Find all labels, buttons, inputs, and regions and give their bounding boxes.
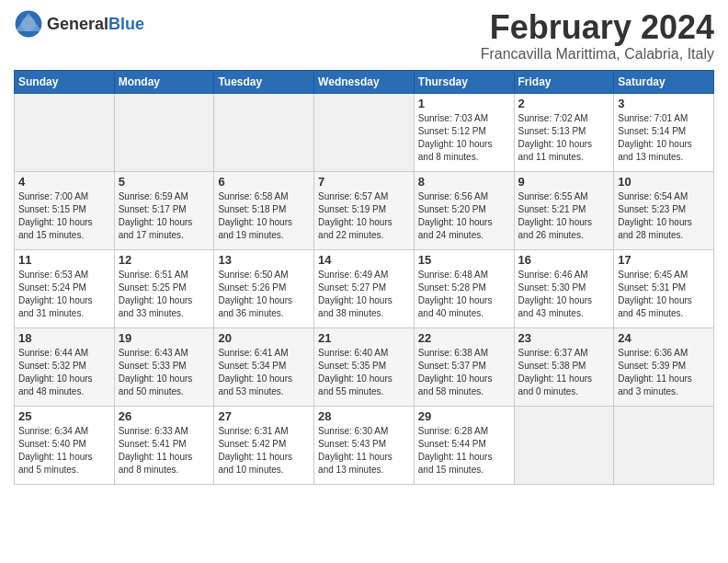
day-info: Sunrise: 6:50 AM Sunset: 5:26 PM Dayligh… [218,269,310,320]
day-number: 8 [418,175,510,189]
day-number: 16 [518,253,610,267]
calendar-cell: 24Sunrise: 6:36 AM Sunset: 5:39 PM Dayli… [614,327,714,406]
day-info: Sunrise: 6:31 AM Sunset: 5:42 PM Dayligh… [218,425,310,477]
calendar-cell: 8Sunrise: 6:56 AM Sunset: 5:20 PM Daylig… [414,171,514,249]
calendar-cell: 9Sunrise: 6:55 AM Sunset: 5:21 PM Daylig… [514,171,614,249]
header-cell-friday: Friday [514,70,614,93]
day-info: Sunrise: 6:41 AM Sunset: 5:34 PM Dayligh… [218,347,310,398]
day-number: 19 [119,331,210,345]
svg-point-2 [21,17,36,31]
day-number: 18 [18,331,110,345]
day-number: 13 [218,253,310,267]
day-info: Sunrise: 7:02 AM Sunset: 5:13 PM Dayligh… [518,112,610,164]
day-info: Sunrise: 7:00 AM Sunset: 5:15 PM Dayligh… [18,190,110,242]
day-info: Sunrise: 7:03 AM Sunset: 5:12 PM Dayligh… [418,112,510,164]
logo-general-text: General [47,15,108,33]
day-number: 25 [18,409,110,423]
day-info: Sunrise: 6:40 AM Sunset: 5:35 PM Dayligh… [318,347,410,398]
calendar-cell [15,93,115,171]
calendar-cell: 11Sunrise: 6:53 AM Sunset: 5:24 PM Dayli… [15,249,115,327]
day-info: Sunrise: 6:38 AM Sunset: 5:37 PM Dayligh… [418,347,510,398]
calendar-week-1: 1Sunrise: 7:03 AM Sunset: 5:12 PM Daylig… [15,93,714,171]
calendar-cell [114,93,214,171]
calendar-cell [214,93,314,171]
day-number: 17 [618,253,710,267]
day-info: Sunrise: 6:55 AM Sunset: 5:21 PM Dayligh… [518,190,610,242]
day-info: Sunrise: 6:36 AM Sunset: 5:39 PM Dayligh… [618,347,710,398]
page-header: GeneralBlue February 2024 Francavilla Ma… [14,9,714,63]
day-number: 14 [318,253,410,267]
calendar-cell [614,406,714,484]
header-cell-tuesday: Tuesday [214,70,314,93]
day-number: 10 [618,175,710,189]
calendar-week-3: 11Sunrise: 6:53 AM Sunset: 5:24 PM Dayli… [15,249,714,327]
day-info: Sunrise: 6:56 AM Sunset: 5:20 PM Dayligh… [418,190,510,242]
calendar-cell: 6Sunrise: 6:58 AM Sunset: 5:18 PM Daylig… [214,171,314,249]
day-info: Sunrise: 6:51 AM Sunset: 5:25 PM Dayligh… [119,269,210,320]
day-number: 7 [318,175,410,189]
calendar-cell: 21Sunrise: 6:40 AM Sunset: 5:35 PM Dayli… [314,327,415,406]
calendar-cell: 17Sunrise: 6:45 AM Sunset: 5:31 PM Dayli… [614,249,714,327]
day-number: 5 [119,175,210,189]
logo-icon [14,9,43,39]
calendar-week-4: 18Sunrise: 6:44 AM Sunset: 5:32 PM Dayli… [15,327,714,406]
month-title: February 2024 [481,9,714,46]
day-info: Sunrise: 6:59 AM Sunset: 5:17 PM Dayligh… [119,190,210,242]
header-cell-wednesday: Wednesday [314,70,415,93]
day-info: Sunrise: 6:44 AM Sunset: 5:32 PM Dayligh… [18,347,110,398]
day-number: 15 [418,253,510,267]
day-number: 3 [618,97,710,110]
calendar-cell: 4Sunrise: 7:00 AM Sunset: 5:15 PM Daylig… [15,171,115,249]
calendar-cell: 19Sunrise: 6:43 AM Sunset: 5:33 PM Dayli… [114,327,214,406]
day-info: Sunrise: 6:30 AM Sunset: 5:43 PM Dayligh… [318,425,410,477]
day-info: Sunrise: 6:34 AM Sunset: 5:40 PM Dayligh… [18,425,110,477]
calendar-header: SundayMondayTuesdayWednesdayThursdayFrid… [15,70,714,93]
day-number: 27 [218,409,310,423]
day-number: 20 [218,331,310,345]
calendar-cell: 29Sunrise: 6:28 AM Sunset: 5:44 PM Dayli… [414,406,514,484]
calendar-table: SundayMondayTuesdayWednesdayThursdayFrid… [14,70,714,485]
header-cell-saturday: Saturday [614,70,714,93]
logo: GeneralBlue [14,9,144,39]
day-number: 29 [418,409,510,423]
calendar-cell: 3Sunrise: 7:01 AM Sunset: 5:14 PM Daylig… [614,93,714,171]
day-number: 4 [18,175,110,189]
day-number: 11 [18,253,110,267]
day-info: Sunrise: 6:53 AM Sunset: 5:24 PM Dayligh… [18,269,110,320]
calendar-cell: 1Sunrise: 7:03 AM Sunset: 5:12 PM Daylig… [414,93,514,171]
calendar-cell: 15Sunrise: 6:48 AM Sunset: 5:28 PM Dayli… [414,249,514,327]
day-info: Sunrise: 6:43 AM Sunset: 5:33 PM Dayligh… [119,347,210,398]
calendar-cell: 14Sunrise: 6:49 AM Sunset: 5:27 PM Dayli… [314,249,415,327]
calendar-cell: 23Sunrise: 6:37 AM Sunset: 5:38 PM Dayli… [514,327,614,406]
calendar-cell: 25Sunrise: 6:34 AM Sunset: 5:40 PM Dayli… [15,406,115,484]
calendar-cell: 5Sunrise: 6:59 AM Sunset: 5:17 PM Daylig… [114,171,214,249]
calendar-cell: 26Sunrise: 6:33 AM Sunset: 5:41 PM Dayli… [114,406,214,484]
day-info: Sunrise: 6:58 AM Sunset: 5:18 PM Dayligh… [218,190,310,242]
location-title: Francavilla Marittima, Calabria, Italy [481,46,714,63]
calendar-week-5: 25Sunrise: 6:34 AM Sunset: 5:40 PM Dayli… [15,406,714,484]
day-number: 12 [119,253,210,267]
day-number: 24 [618,331,710,345]
day-info: Sunrise: 6:33 AM Sunset: 5:41 PM Dayligh… [119,425,210,477]
title-area: February 2024 Francavilla Marittima, Cal… [481,9,714,63]
day-number: 9 [518,175,610,189]
day-info: Sunrise: 7:01 AM Sunset: 5:14 PM Dayligh… [618,112,710,164]
day-number: 6 [218,175,310,189]
day-info: Sunrise: 6:48 AM Sunset: 5:28 PM Dayligh… [418,269,510,320]
day-info: Sunrise: 6:54 AM Sunset: 5:23 PM Dayligh… [618,190,710,242]
day-number: 1 [418,97,510,110]
calendar-cell: 13Sunrise: 6:50 AM Sunset: 5:26 PM Dayli… [214,249,314,327]
calendar-cell [314,93,415,171]
day-info: Sunrise: 6:45 AM Sunset: 5:31 PM Dayligh… [618,269,710,320]
day-number: 2 [518,97,610,110]
day-number: 22 [418,331,510,345]
day-info: Sunrise: 6:37 AM Sunset: 5:38 PM Dayligh… [518,347,610,398]
day-info: Sunrise: 6:49 AM Sunset: 5:27 PM Dayligh… [318,269,410,320]
calendar-week-2: 4Sunrise: 7:00 AM Sunset: 5:15 PM Daylig… [15,171,714,249]
header-cell-monday: Monday [114,70,214,93]
header-row: SundayMondayTuesdayWednesdayThursdayFrid… [15,70,714,93]
day-info: Sunrise: 6:57 AM Sunset: 5:19 PM Dayligh… [318,190,410,242]
header-cell-thursday: Thursday [414,70,514,93]
calendar-cell: 20Sunrise: 6:41 AM Sunset: 5:34 PM Dayli… [214,327,314,406]
day-number: 26 [119,409,210,423]
